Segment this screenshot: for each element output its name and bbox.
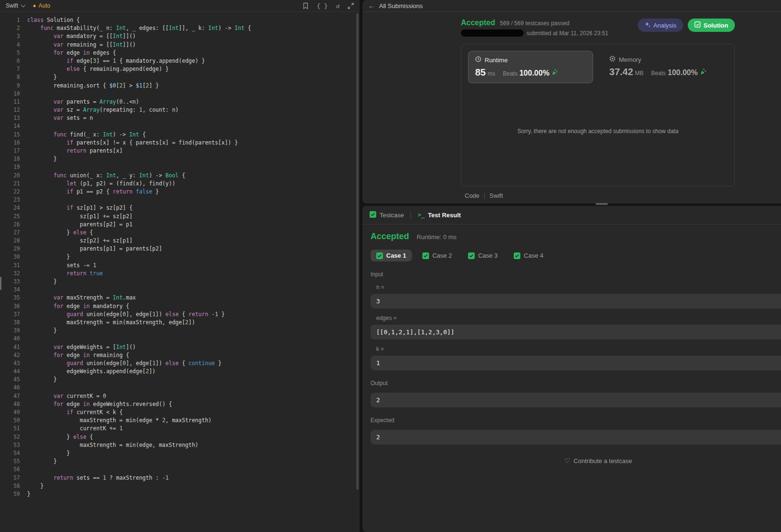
expected-value-box[interactable]: 2	[371, 430, 781, 445]
code-line[interactable]: 9 remaining.sort { $0[2] > $1[2] }	[0, 82, 360, 90]
code-line[interactable]: 17 return parents[x]	[0, 147, 360, 155]
line-number: 44	[0, 368, 20, 376]
code-line[interactable]: 55 }	[0, 457, 360, 465]
test-content: Accepted Runtime: 0 ms Case 1Case 2Case …	[362, 224, 781, 472]
code-line[interactable]: 5 for edge in edges {	[0, 49, 360, 57]
input-field-value[interactable]: [[0,1,2,1],[1,2,3,0]]	[371, 325, 781, 339]
stat-cards: Runtime 85 ms Beats 100.00%	[468, 51, 728, 83]
tab-test-result[interactable]: >_ Test Result	[418, 212, 461, 219]
code-line[interactable]: 54 }	[0, 449, 360, 457]
code-line[interactable]: 21 let (p1, p2) = (find(x), find(y))	[0, 180, 360, 188]
code-line[interactable]: 36 for edge in mandatory {	[0, 302, 360, 310]
input-section-label: Input	[371, 271, 781, 278]
all-submissions-label[interactable]: All Submissions	[379, 2, 423, 10]
code-line[interactable]: 43 guard union(edge[0], edge[1]) else { …	[0, 359, 360, 368]
line-number: 50	[0, 416, 20, 425]
input-field-value[interactable]: 3	[371, 294, 781, 309]
code-line[interactable]: 35 var maxStrength = Int.max	[0, 294, 360, 302]
code-line[interactable]: 57 return sets == 1 ? maxStrength : -1	[0, 474, 360, 482]
code-line[interactable]: 31 sets -= 1	[0, 261, 360, 270]
output-value-box[interactable]: 2	[371, 393, 781, 407]
code-line[interactable]: 7 else { remaining.append(edge) }	[0, 65, 360, 73]
editor-scrollbar[interactable]	[356, 13, 359, 490]
code-line[interactable]: 51 currentK += 1	[0, 425, 360, 433]
code-line[interactable]: 33 }	[0, 278, 360, 286]
code-line[interactable]: 41 var edgeWeights = [Int]()	[0, 343, 360, 351]
code-line[interactable]: 1class Solution {	[0, 16, 360, 24]
code-line[interactable]: 37 guard union(edge[0], edge[1]) else { …	[0, 310, 360, 319]
panel-resize-handle[interactable]	[0, 277, 1, 290]
code-line[interactable]: 2 func maxStability(_ n: Int, _ edges: […	[0, 24, 360, 32]
autosave-indicator[interactable]: Auto	[33, 2, 50, 9]
code-line[interactable]: 52 } else {	[0, 433, 360, 441]
code-text: sets -= 1	[27, 261, 96, 270]
code-line[interactable]: 10	[0, 90, 360, 98]
code-line[interactable]: 46	[0, 384, 360, 392]
code-line[interactable]: 48 for edge in edgeWeights.reversed() {	[0, 400, 360, 408]
reset-code-icon[interactable]: ↺	[336, 2, 340, 10]
input-field-value[interactable]: 1	[371, 356, 781, 370]
code-line[interactable]: 58 }	[0, 482, 360, 490]
contribute-testcase-button[interactable]: ♡ Contribute a testcase	[371, 457, 781, 464]
code-lines[interactable]: 1class Solution {2 func maxStability(_ n…	[0, 12, 360, 498]
code-line[interactable]: 20 func union(_ x: Int, _ y: Int) -> Boo…	[0, 172, 360, 180]
code-line[interactable]: 16 if parents[x] != x { parents[x] = fin…	[0, 139, 360, 147]
code-line[interactable]: 15 func find(_ x: Int) -> Int {	[0, 131, 360, 139]
code-line[interactable]: 34	[0, 286, 360, 294]
code-line[interactable]: 40	[0, 335, 360, 343]
code-line[interactable]: 56	[0, 465, 360, 474]
fullscreen-icon[interactable]	[348, 3, 354, 9]
back-arrow-icon[interactable]: ←	[368, 2, 375, 10]
code-line[interactable]: 30 }	[0, 253, 360, 261]
code-line[interactable]: 47 var currentK = 0	[0, 392, 360, 400]
code-line[interactable]: 19	[0, 163, 360, 171]
code-line[interactable]: 44 edgeWeights.append(edge[2])	[0, 368, 360, 376]
code-line[interactable]: 13 var sets = n	[0, 114, 360, 122]
code-line[interactable]: 50 maxStrength = min(edge * 2, maxStreng…	[0, 416, 360, 425]
status-accepted: Accepted	[461, 19, 495, 27]
code-line[interactable]: 59}	[0, 490, 360, 498]
code-line[interactable]: 53 maxStrength = min(edge, maxStrength)	[0, 441, 360, 449]
analysis-button[interactable]: Analysis	[638, 19, 683, 32]
code-line[interactable]: 11 var parents = Array(0..<n)	[0, 98, 360, 106]
code-text: }	[27, 278, 57, 286]
code-line[interactable]: 49 if currentK < k {	[0, 408, 360, 416]
case-chip-2[interactable]: Case 2	[417, 250, 458, 261]
language-selector[interactable]: Swift	[6, 2, 25, 9]
case-chip-1[interactable]: Case 1	[371, 250, 412, 261]
horizontal-resize-handle[interactable]	[596, 203, 608, 205]
format-code-icon[interactable]: { }	[317, 2, 328, 10]
code-line[interactable]: 6 if edge[3] == 1 { mandatory.append(edg…	[0, 57, 360, 65]
memory-card[interactable]: Memory 37.42 MB Beats 100.00%	[603, 51, 728, 83]
code-line[interactable]: 8 }	[0, 73, 360, 81]
code-line[interactable]: 28 sz[p2] += sz[p1]	[0, 237, 360, 245]
code-line[interactable]: 23	[0, 196, 360, 204]
line-number: 58	[0, 482, 20, 490]
footer-code-label[interactable]: Code	[465, 192, 479, 199]
code-line[interactable]: 4 var remaining = [[Int]]()	[0, 41, 360, 49]
runtime-card[interactable]: Runtime 85 ms Beats 100.00%	[468, 51, 593, 83]
code-line[interactable]: 24 if sz[p1] > sz[p2] {	[0, 204, 360, 212]
code-line[interactable]: 14	[0, 122, 360, 130]
solution-button[interactable]: Solution	[688, 19, 735, 32]
code-line[interactable]: 42 for edge in remaining {	[0, 351, 360, 359]
code-line[interactable]: 3 var mandatory = [[Int]]()	[0, 32, 360, 40]
memory-value: 37.42	[609, 67, 633, 77]
case-chip-3[interactable]: Case 3	[462, 250, 503, 261]
bookmark-icon[interactable]	[303, 2, 309, 10]
code-line[interactable]: 22 if p1 == p2 { return false }	[0, 188, 360, 196]
code-line[interactable]: 29 parents[p1] = parents[p2]	[0, 245, 360, 253]
case-chip-4[interactable]: Case 4	[508, 250, 549, 261]
code-line[interactable]: 26 parents[p2] = p1	[0, 221, 360, 229]
code-text: maxStrength = min(maxStrength, edge[2])	[27, 319, 195, 327]
code-line[interactable]: 45 }	[0, 376, 360, 384]
code-line[interactable]: 27 } else {	[0, 229, 360, 237]
code-line[interactable]: 18 }	[0, 155, 360, 163]
code-line[interactable]: 32 return true	[0, 270, 360, 278]
code-line[interactable]: 25 sz[p1] += sz[p2]	[0, 213, 360, 221]
memory-label: Memory	[619, 56, 641, 63]
code-line[interactable]: 38 maxStrength = min(maxStrength, edge[2…	[0, 319, 360, 327]
code-line[interactable]: 12 var sz = Array(repeating: 1, count: n…	[0, 106, 360, 114]
code-line[interactable]: 39 }	[0, 327, 360, 335]
tab-testcase[interactable]: Testcase	[370, 211, 404, 219]
